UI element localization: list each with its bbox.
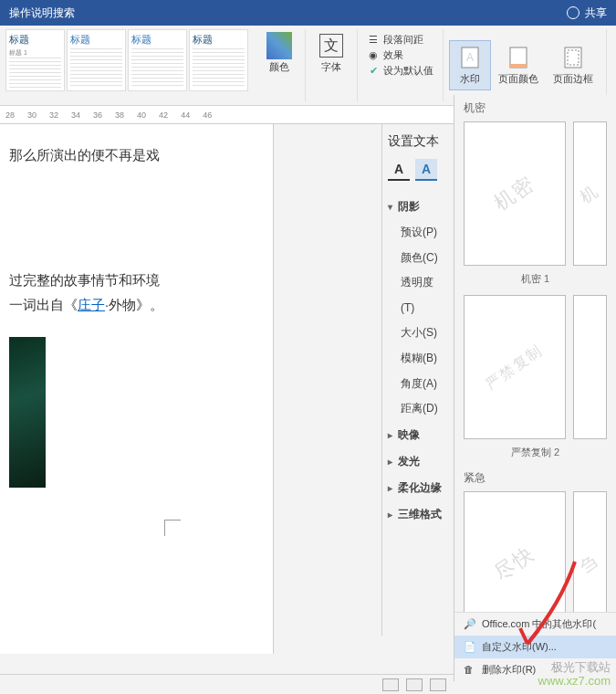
preset-option[interactable]: 预设(P) bbox=[401, 220, 447, 246]
color-group: 颜色 bbox=[254, 29, 306, 101]
size-option[interactable]: 大小(S) bbox=[401, 321, 447, 346]
font-icon: 文 bbox=[319, 34, 343, 58]
page-bg-group: A 水印 页面颜色 页面边框 bbox=[444, 29, 607, 101]
person-icon bbox=[567, 6, 579, 19]
panel-title: 设置文本 bbox=[388, 133, 447, 150]
ribbon: 标题标题 1 标题 标题 标题 颜色 文 字体 ☰段落间距 ◉效果 ✔设为默认值… bbox=[0, 26, 616, 106]
style-item[interactable]: 标题 bbox=[67, 29, 126, 91]
custom-icon: 📄 bbox=[464, 641, 476, 654]
share-label: 共享 bbox=[585, 5, 607, 21]
remove-icon: 🗑 bbox=[464, 664, 476, 677]
title-bar: 操作说明搜索 共享 bbox=[0, 0, 616, 26]
view-mode-button[interactable] bbox=[430, 678, 446, 691]
svg-rect-3 bbox=[510, 64, 527, 68]
effects-icon: ◉ bbox=[367, 49, 380, 62]
doc-text-line: 一词出自《庄子·外物》。 bbox=[9, 292, 264, 317]
page-color-button[interactable]: 页面颜色 bbox=[491, 41, 546, 89]
watermark-icon: A bbox=[457, 45, 483, 70]
chevron-right-icon: ▸ bbox=[388, 510, 392, 520]
watermark-gallery: 机密 机密 机 机密 1 严禁复制 严禁复制 2 紧急 尽快 刍 尽快 1 🔎 … bbox=[454, 95, 616, 681]
soft-edge-section[interactable]: ▸柔化边缘 bbox=[388, 475, 447, 501]
color-swatch-icon bbox=[266, 32, 292, 59]
svg-text:A: A bbox=[466, 51, 474, 64]
transparency-option[interactable]: 透明度(T) bbox=[401, 270, 447, 321]
doc-link[interactable]: 庄子 bbox=[78, 297, 105, 312]
watermark-thumb[interactable]: 机密 bbox=[464, 121, 566, 266]
spacing-icon: ☰ bbox=[367, 34, 380, 47]
doc-text-line: 那么所演出的便不再是戏 bbox=[9, 142, 264, 167]
wm-section-urgent: 紧急 bbox=[454, 465, 616, 488]
doc-text-line: 过完整的故事情节和环境 bbox=[9, 268, 264, 292]
wm-caption: 机密 1 bbox=[454, 269, 616, 291]
check-icon: ✔ bbox=[367, 65, 380, 78]
threed-section[interactable]: ▸三维格式 bbox=[388, 501, 447, 528]
text-fill-tab[interactable]: A bbox=[388, 159, 410, 181]
view-mode-button[interactable] bbox=[406, 678, 423, 691]
page-corner-mark bbox=[164, 520, 181, 536]
font-group: 文 字体 bbox=[306, 29, 358, 101]
search-hint[interactable]: 操作说明搜索 bbox=[9, 5, 75, 21]
text-effects-panel: 设置文本 A A ▾阴影 预设(P) 颜色(C) 透明度(T) 大小(S) 模糊… bbox=[381, 124, 453, 636]
share-area[interactable]: 共享 bbox=[567, 5, 607, 21]
wm-caption: 严禁复制 2 bbox=[454, 443, 616, 465]
office-watermarks-link[interactable]: 🔎 Office.com 中的其他水印( bbox=[454, 613, 616, 636]
watermark-thumb[interactable]: 机 bbox=[573, 121, 607, 266]
chevron-right-icon: ▸ bbox=[388, 457, 392, 467]
chevron-right-icon: ▸ bbox=[388, 430, 392, 440]
set-default-button[interactable]: ✔设为默认值 bbox=[367, 64, 433, 78]
shadow-section[interactable]: ▾阴影 bbox=[388, 194, 447, 220]
style-item[interactable]: 标题 bbox=[189, 29, 248, 91]
reflection-section[interactable]: ▸映像 bbox=[388, 422, 447, 448]
glow-section[interactable]: ▸发光 bbox=[388, 448, 447, 475]
status-bar bbox=[0, 674, 454, 694]
style-item[interactable]: 标题 bbox=[128, 29, 187, 91]
custom-watermark-button[interactable]: 📄 自定义水印(W)... bbox=[454, 636, 616, 658]
document-page[interactable]: 那么所演出的便不再是戏 过完整的故事情节和环境 一词出自《庄子·外物》。 bbox=[0, 124, 274, 654]
watermark-thumb[interactable] bbox=[573, 295, 607, 439]
text-outline-tab[interactable]: A bbox=[415, 159, 437, 181]
style-item[interactable]: 标题标题 1 bbox=[5, 29, 65, 91]
wm-section-confidential: 机密 bbox=[454, 95, 616, 118]
angle-option[interactable]: 角度(A) bbox=[401, 372, 447, 397]
chevron-down-icon: ▾ bbox=[388, 202, 392, 212]
watermark-button[interactable]: A 水印 bbox=[449, 40, 491, 90]
chevron-right-icon: ▸ bbox=[388, 483, 392, 493]
globe-icon: 🔎 bbox=[464, 618, 476, 631]
watermark-thumb[interactable]: 严禁复制 bbox=[464, 295, 566, 439]
para-group: ☰段落间距 ◉效果 ✔设为默认值 bbox=[358, 29, 444, 101]
paragraph-spacing-button[interactable]: ☰段落间距 bbox=[367, 33, 433, 47]
doc-image[interactable] bbox=[9, 337, 46, 488]
view-mode-button[interactable] bbox=[382, 678, 399, 691]
colors-button[interactable]: 颜色 bbox=[259, 29, 299, 78]
site-watermark: 极光下载站 www.xz7.com bbox=[538, 660, 611, 689]
page-color-icon bbox=[506, 45, 531, 70]
effects-button[interactable]: ◉效果 bbox=[367, 48, 433, 62]
color-option[interactable]: 颜色(C) bbox=[401, 246, 447, 271]
page-border-button[interactable]: 页面边框 bbox=[546, 41, 600, 89]
distance-option[interactable]: 距离(D) bbox=[401, 396, 447, 422]
styles-gallery: 标题标题 1 标题 标题 标题 bbox=[0, 29, 254, 101]
blur-option[interactable]: 模糊(B) bbox=[401, 346, 447, 372]
page-border-icon bbox=[560, 45, 586, 70]
fonts-button[interactable]: 文 字体 bbox=[311, 29, 351, 78]
